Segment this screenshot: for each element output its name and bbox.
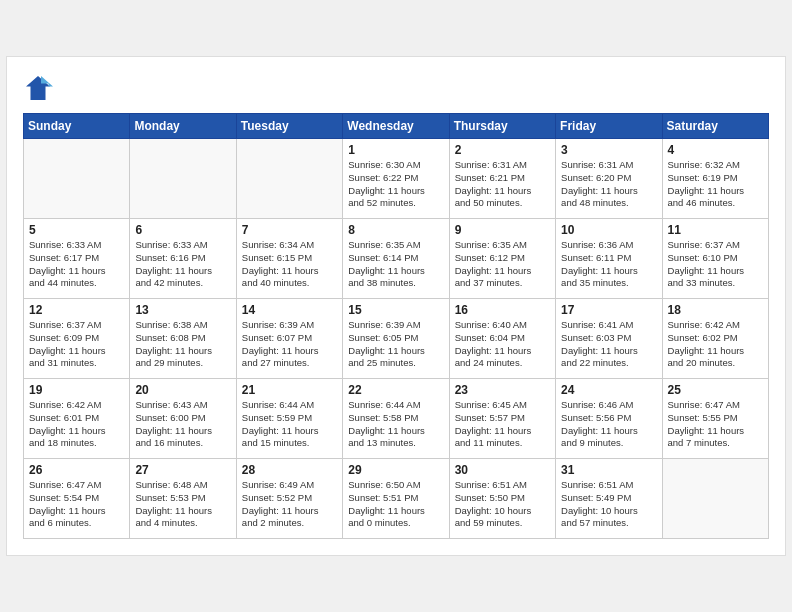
logo-icon — [23, 73, 53, 103]
day-cell-0-1 — [130, 139, 236, 219]
day-number: 5 — [29, 223, 124, 237]
day-cell-2-6: 18Sunrise: 6:42 AM Sunset: 6:02 PM Dayli… — [662, 299, 768, 379]
day-number: 13 — [135, 303, 230, 317]
day-number: 6 — [135, 223, 230, 237]
day-number: 14 — [242, 303, 337, 317]
day-info: Sunrise: 6:44 AM Sunset: 5:58 PM Dayligh… — [348, 399, 443, 450]
day-number: 20 — [135, 383, 230, 397]
day-number: 31 — [561, 463, 656, 477]
day-cell-0-4: 2Sunrise: 6:31 AM Sunset: 6:21 PM Daylig… — [449, 139, 555, 219]
day-info: Sunrise: 6:35 AM Sunset: 6:14 PM Dayligh… — [348, 239, 443, 290]
day-number: 8 — [348, 223, 443, 237]
weekday-header-row: SundayMondayTuesdayWednesdayThursdayFrid… — [24, 114, 769, 139]
day-cell-4-5: 31Sunrise: 6:51 AM Sunset: 5:49 PM Dayli… — [556, 459, 662, 539]
calendar-container: SundayMondayTuesdayWednesdayThursdayFrid… — [6, 56, 786, 556]
day-cell-2-5: 17Sunrise: 6:41 AM Sunset: 6:03 PM Dayli… — [556, 299, 662, 379]
day-number: 23 — [455, 383, 550, 397]
week-row-0: 1Sunrise: 6:30 AM Sunset: 6:22 PM Daylig… — [24, 139, 769, 219]
week-row-4: 26Sunrise: 6:47 AM Sunset: 5:54 PM Dayli… — [24, 459, 769, 539]
day-number: 3 — [561, 143, 656, 157]
day-cell-4-3: 29Sunrise: 6:50 AM Sunset: 5:51 PM Dayli… — [343, 459, 449, 539]
day-cell-0-2 — [236, 139, 342, 219]
day-info: Sunrise: 6:43 AM Sunset: 6:00 PM Dayligh… — [135, 399, 230, 450]
day-cell-4-1: 27Sunrise: 6:48 AM Sunset: 5:53 PM Dayli… — [130, 459, 236, 539]
day-cell-0-5: 3Sunrise: 6:31 AM Sunset: 6:20 PM Daylig… — [556, 139, 662, 219]
day-number: 29 — [348, 463, 443, 477]
day-info: Sunrise: 6:49 AM Sunset: 5:52 PM Dayligh… — [242, 479, 337, 530]
day-info: Sunrise: 6:46 AM Sunset: 5:56 PM Dayligh… — [561, 399, 656, 450]
day-info: Sunrise: 6:45 AM Sunset: 5:57 PM Dayligh… — [455, 399, 550, 450]
day-number: 11 — [668, 223, 763, 237]
day-info: Sunrise: 6:47 AM Sunset: 5:55 PM Dayligh… — [668, 399, 763, 450]
day-cell-1-0: 5Sunrise: 6:33 AM Sunset: 6:17 PM Daylig… — [24, 219, 130, 299]
day-number: 15 — [348, 303, 443, 317]
svg-marker-0 — [26, 76, 50, 100]
day-number: 25 — [668, 383, 763, 397]
day-info: Sunrise: 6:50 AM Sunset: 5:51 PM Dayligh… — [348, 479, 443, 530]
weekday-header-wednesday: Wednesday — [343, 114, 449, 139]
day-cell-1-5: 10Sunrise: 6:36 AM Sunset: 6:11 PM Dayli… — [556, 219, 662, 299]
week-row-2: 12Sunrise: 6:37 AM Sunset: 6:09 PM Dayli… — [24, 299, 769, 379]
day-cell-2-2: 14Sunrise: 6:39 AM Sunset: 6:07 PM Dayli… — [236, 299, 342, 379]
day-info: Sunrise: 6:33 AM Sunset: 6:17 PM Dayligh… — [29, 239, 124, 290]
day-info: Sunrise: 6:51 AM Sunset: 5:49 PM Dayligh… — [561, 479, 656, 530]
day-cell-4-0: 26Sunrise: 6:47 AM Sunset: 5:54 PM Dayli… — [24, 459, 130, 539]
day-info: Sunrise: 6:40 AM Sunset: 6:04 PM Dayligh… — [455, 319, 550, 370]
day-info: Sunrise: 6:37 AM Sunset: 6:09 PM Dayligh… — [29, 319, 124, 370]
weekday-header-friday: Friday — [556, 114, 662, 139]
day-info: Sunrise: 6:51 AM Sunset: 5:50 PM Dayligh… — [455, 479, 550, 530]
day-cell-2-3: 15Sunrise: 6:39 AM Sunset: 6:05 PM Dayli… — [343, 299, 449, 379]
day-cell-3-4: 23Sunrise: 6:45 AM Sunset: 5:57 PM Dayli… — [449, 379, 555, 459]
day-cell-1-3: 8Sunrise: 6:35 AM Sunset: 6:14 PM Daylig… — [343, 219, 449, 299]
day-info: Sunrise: 6:31 AM Sunset: 6:21 PM Dayligh… — [455, 159, 550, 210]
day-number: 27 — [135, 463, 230, 477]
calendar-header — [23, 73, 769, 103]
day-cell-1-2: 7Sunrise: 6:34 AM Sunset: 6:15 PM Daylig… — [236, 219, 342, 299]
weekday-header-thursday: Thursday — [449, 114, 555, 139]
day-info: Sunrise: 6:41 AM Sunset: 6:03 PM Dayligh… — [561, 319, 656, 370]
day-cell-0-0 — [24, 139, 130, 219]
weekday-header-tuesday: Tuesday — [236, 114, 342, 139]
day-number: 16 — [455, 303, 550, 317]
day-number: 24 — [561, 383, 656, 397]
day-number: 22 — [348, 383, 443, 397]
day-info: Sunrise: 6:38 AM Sunset: 6:08 PM Dayligh… — [135, 319, 230, 370]
weekday-header-sunday: Sunday — [24, 114, 130, 139]
day-number: 26 — [29, 463, 124, 477]
day-info: Sunrise: 6:36 AM Sunset: 6:11 PM Dayligh… — [561, 239, 656, 290]
day-info: Sunrise: 6:30 AM Sunset: 6:22 PM Dayligh… — [348, 159, 443, 210]
day-cell-4-6 — [662, 459, 768, 539]
day-cell-0-6: 4Sunrise: 6:32 AM Sunset: 6:19 PM Daylig… — [662, 139, 768, 219]
day-cell-1-6: 11Sunrise: 6:37 AM Sunset: 6:10 PM Dayli… — [662, 219, 768, 299]
day-info: Sunrise: 6:39 AM Sunset: 6:05 PM Dayligh… — [348, 319, 443, 370]
day-info: Sunrise: 6:47 AM Sunset: 5:54 PM Dayligh… — [29, 479, 124, 530]
day-info: Sunrise: 6:42 AM Sunset: 6:01 PM Dayligh… — [29, 399, 124, 450]
day-cell-3-3: 22Sunrise: 6:44 AM Sunset: 5:58 PM Dayli… — [343, 379, 449, 459]
day-cell-1-4: 9Sunrise: 6:35 AM Sunset: 6:12 PM Daylig… — [449, 219, 555, 299]
day-cell-3-0: 19Sunrise: 6:42 AM Sunset: 6:01 PM Dayli… — [24, 379, 130, 459]
week-row-1: 5Sunrise: 6:33 AM Sunset: 6:17 PM Daylig… — [24, 219, 769, 299]
day-info: Sunrise: 6:39 AM Sunset: 6:07 PM Dayligh… — [242, 319, 337, 370]
day-cell-1-1: 6Sunrise: 6:33 AM Sunset: 6:16 PM Daylig… — [130, 219, 236, 299]
day-info: Sunrise: 6:48 AM Sunset: 5:53 PM Dayligh… — [135, 479, 230, 530]
day-number: 12 — [29, 303, 124, 317]
day-number: 18 — [668, 303, 763, 317]
day-cell-2-1: 13Sunrise: 6:38 AM Sunset: 6:08 PM Dayli… — [130, 299, 236, 379]
day-number: 2 — [455, 143, 550, 157]
day-number: 28 — [242, 463, 337, 477]
day-cell-0-3: 1Sunrise: 6:30 AM Sunset: 6:22 PM Daylig… — [343, 139, 449, 219]
week-row-3: 19Sunrise: 6:42 AM Sunset: 6:01 PM Dayli… — [24, 379, 769, 459]
day-cell-3-2: 21Sunrise: 6:44 AM Sunset: 5:59 PM Dayli… — [236, 379, 342, 459]
day-number: 7 — [242, 223, 337, 237]
day-number: 4 — [668, 143, 763, 157]
day-cell-3-6: 25Sunrise: 6:47 AM Sunset: 5:55 PM Dayli… — [662, 379, 768, 459]
day-number: 30 — [455, 463, 550, 477]
day-info: Sunrise: 6:37 AM Sunset: 6:10 PM Dayligh… — [668, 239, 763, 290]
weekday-header-monday: Monday — [130, 114, 236, 139]
day-number: 1 — [348, 143, 443, 157]
day-info: Sunrise: 6:42 AM Sunset: 6:02 PM Dayligh… — [668, 319, 763, 370]
day-number: 10 — [561, 223, 656, 237]
day-cell-4-4: 30Sunrise: 6:51 AM Sunset: 5:50 PM Dayli… — [449, 459, 555, 539]
day-number: 17 — [561, 303, 656, 317]
day-info: Sunrise: 6:35 AM Sunset: 6:12 PM Dayligh… — [455, 239, 550, 290]
